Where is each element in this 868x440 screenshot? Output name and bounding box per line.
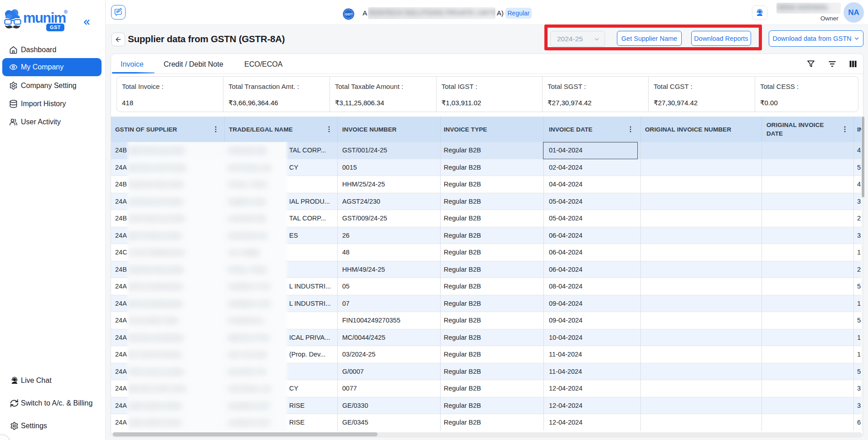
svg-text:GST: GST (345, 12, 352, 16)
